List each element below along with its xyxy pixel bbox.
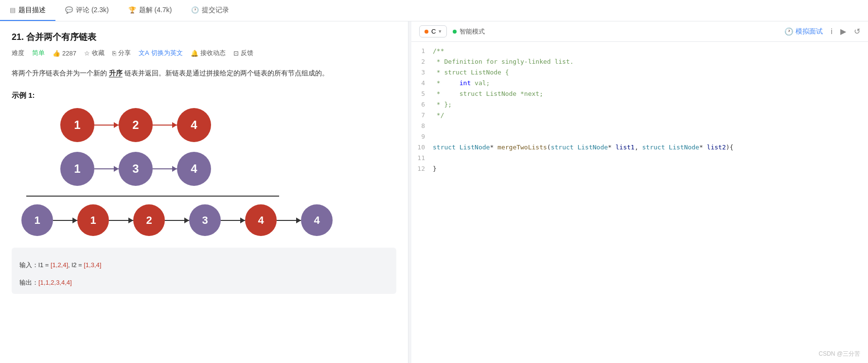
language-selector[interactable]: C ▾ (419, 25, 447, 37)
list2-node-1: 1 (60, 152, 94, 186)
feedback-icon: ⊡ (233, 50, 239, 57)
code-line-10: 10 struct ListNode* mergeTwoLists(struct… (411, 142, 868, 153)
toolbar-right: 🕐 模拟面试 i ▶ ↺ (784, 27, 860, 36)
watermark: CSDN @三分苦 (818, 350, 860, 358)
result-arrow-5 (277, 216, 301, 225)
result-arrow-2 (109, 216, 133, 225)
collect-item[interactable]: ☆ 收藏 (84, 49, 105, 57)
list1-row: 1 2 4 (12, 108, 396, 142)
problem-meta: 难度 简单 👍 2287 ☆ 收藏 ⎘ 分享 文A 切换为英文 🔔 接收动态 (12, 49, 396, 57)
result-arrowhead-5 (296, 218, 301, 223)
result-node-1a: 1 (21, 204, 53, 236)
io-input: 输入：l1 = [1,2,4], l2 = [1,3,4] (19, 259, 389, 271)
navigation-tabs: ▤ 题目描述 💬 评论 (2.3k) 🏆 题解 (4.7k) 🕐 提交记录 (0, 0, 868, 21)
code-line-1: 1 /** (411, 46, 868, 56)
result-node-4b: 4 (301, 204, 333, 236)
description-icon: ▤ (10, 6, 16, 14)
list2-node-3: 3 (119, 152, 153, 186)
code-editor-panel: C ▾ 智能模式 🕐 模拟面试 i ▶ ↺ 1 /** (411, 21, 868, 363)
chevron-down-icon: ▾ (439, 28, 442, 35)
smart-mode-dot (453, 30, 457, 34)
problem-title: 21. 合并两个有序链表 (12, 31, 396, 43)
lang-switch-item[interactable]: 文A 切换为英文 (139, 49, 183, 57)
feedback-item[interactable]: ⊡ 反馈 (233, 49, 253, 57)
arrowhead-1 (114, 122, 119, 128)
arrowhead-4 (172, 166, 177, 172)
list2-node-4: 4 (177, 152, 211, 186)
simulate-button[interactable]: 🕐 模拟面试 (784, 27, 823, 36)
result-arrow-1 (53, 216, 77, 225)
result-node-3: 3 (189, 204, 221, 236)
code-line-7: 7 */ (411, 110, 868, 121)
code-editor[interactable]: 1 /** 2 * Definition for singly-linked l… (411, 42, 868, 363)
problem-panel: 21. 合并两个有序链表 难度 简单 👍 2287 ☆ 收藏 ⎘ 分享 文A 切… (0, 21, 408, 363)
lang-label: C (431, 28, 436, 35)
comments-icon: 💬 (65, 6, 73, 14)
star-icon: ☆ (84, 50, 90, 57)
code-line-11: 11 (411, 153, 868, 163)
diagram-container: 1 2 4 1 3 (12, 108, 396, 236)
play-icon[interactable]: ▶ (840, 27, 846, 36)
result-arrowhead-1 (72, 218, 77, 223)
smart-mode-label: 智能模式 (460, 27, 485, 36)
result-node-2: 2 (133, 204, 165, 236)
notifications-item[interactable]: 🔔 接收动态 (191, 49, 226, 57)
arrow-4 (153, 164, 177, 174)
list1-node-1: 1 (60, 108, 94, 142)
info-icon[interactable]: i (831, 27, 833, 36)
arrow-2 (153, 120, 177, 130)
problem-description: 将两个升序链表合并为一个新的 升序 链表并返回。新链表是通过拼接给定的两个链表的… (12, 67, 396, 79)
tab-comments[interactable]: 💬 评论 (2.3k) (55, 0, 119, 21)
result-arrowhead-4 (240, 218, 245, 223)
smart-mode-indicator: 智能模式 (453, 27, 485, 36)
tab-solutions[interactable]: 🏆 题解 (4.7k) (119, 0, 182, 21)
result-row: 1 1 2 3 (12, 204, 396, 236)
lang-dot (425, 30, 428, 34)
difficulty-badge: 简单 (32, 49, 45, 57)
list1-node-4: 4 (177, 108, 211, 142)
share-item[interactable]: ⎘ 分享 (112, 49, 131, 57)
solutions-icon: 🏆 (128, 6, 136, 14)
code-line-5: 5 * struct ListNode *next; (411, 89, 868, 99)
clock-icon: 🕐 (784, 27, 794, 36)
list1-node-2: 2 (119, 108, 153, 142)
code-line-4: 4 * int val; (411, 78, 868, 89)
main-layout: 21. 合并两个有序链表 难度 简单 👍 2287 ☆ 收藏 ⎘ 分享 文A 切… (0, 21, 868, 363)
code-line-12: 12 } (411, 163, 868, 174)
translate-icon: 文A (139, 49, 149, 57)
arrowhead-2 (172, 122, 177, 128)
editor-toolbar: C ▾ 智能模式 🕐 模拟面试 i ▶ ↺ (411, 21, 868, 42)
result-node-1b: 1 (77, 204, 109, 236)
result-arrowhead-2 (128, 218, 133, 223)
code-line-6: 6 * }; (411, 99, 868, 110)
separator-line (26, 196, 279, 197)
result-arrow-3 (165, 216, 189, 225)
tab-description[interactable]: ▤ 题目描述 (0, 0, 55, 21)
submissions-icon: 🕐 (191, 6, 199, 14)
result-node-4a: 4 (245, 204, 277, 236)
io-output: 输出：[1,1,2,3,4,4] (19, 277, 389, 288)
result-arrowhead-3 (184, 218, 189, 223)
bell-icon: 🔔 (191, 50, 198, 57)
arrowhead-3 (114, 166, 119, 172)
like-icon: 👍 (53, 50, 60, 57)
tab-submissions[interactable]: 🕐 提交记录 (181, 0, 239, 21)
refresh-icon[interactable]: ↺ (854, 27, 860, 36)
arrow-1 (94, 120, 119, 130)
io-box: 输入：l1 = [1,2,4], l2 = [1,3,4] 输出：[1,1,2,… (12, 248, 396, 294)
code-line-8: 8 (411, 121, 868, 131)
list2-row: 1 3 4 (12, 152, 396, 186)
code-line-2: 2 * Definition for singly-linked list. (411, 56, 868, 67)
share-icon: ⎘ (112, 50, 116, 57)
arrow-3 (94, 164, 119, 174)
code-line-3: 3 * struct ListNode { (411, 67, 868, 78)
code-line-9: 9 (411, 131, 868, 142)
example-title: 示例 1: (12, 91, 396, 100)
result-arrow-4 (221, 216, 245, 225)
likes-item[interactable]: 👍 2287 (53, 50, 76, 57)
difficulty-label: 难度 (12, 49, 24, 57)
